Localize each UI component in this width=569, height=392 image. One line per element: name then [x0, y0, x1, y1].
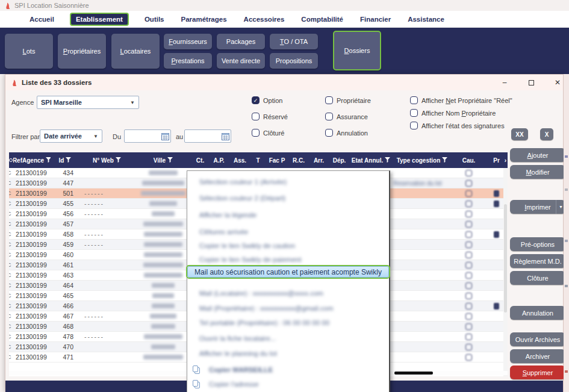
column-header-fac-p[interactable]: Fac P	[266, 152, 288, 168]
column-header-ville[interactable]: Ville	[134, 152, 192, 168]
pré-options-button[interactable]: Pré-options	[510, 237, 565, 251]
menu-item-comptabilité[interactable]: Comptabilité	[300, 13, 344, 25]
toolbar-button-prestations[interactable]: Prestations	[164, 53, 212, 69]
menu-item-assistance[interactable]: Assistance	[406, 13, 446, 25]
column-header-row-marker[interactable]	[9, 152, 13, 168]
context-menu-item[interactable]: Sélection couleur 2 (Départ)	[187, 192, 389, 204]
règlement-m-d--button[interactable]: Règlement M.D.	[510, 254, 565, 268]
filter-funnel-icon[interactable]	[167, 157, 173, 164]
caution-checkbox[interactable]	[465, 272, 472, 279]
filter-funnel-icon[interactable]	[385, 157, 390, 164]
ajouter-button[interactable]: Ajouter	[510, 148, 565, 162]
context-menu-item[interactable]: Mail (Locataire) : xxxxxxxxxx@xxxx.com	[187, 287, 389, 299]
column-header-type-cogestion[interactable]: Type cogestion	[392, 152, 452, 168]
toolbar-button-propriétaires[interactable]: Propriétaires	[58, 34, 106, 69]
caution-checkbox[interactable]	[465, 354, 472, 361]
context-menu-item[interactable]: Sélection couleur 1 (Arrivée)	[187, 176, 389, 188]
caution-checkbox[interactable]	[465, 303, 472, 310]
context-menu-item-mail-swikly[interactable]: Mail auto sécurisation caution et paieme…	[187, 266, 389, 278]
minimize-button[interactable]: –	[494, 75, 515, 90]
caution-checkbox[interactable]	[465, 323, 472, 330]
filter-funnel-icon[interactable]	[116, 157, 121, 164]
date-from-input[interactable]	[124, 129, 171, 143]
checkbox-clôturé[interactable]: Clôturé	[252, 129, 284, 137]
context-menu-item[interactable]: Tel portable (Propriétaire) : 06 00 00 0…	[187, 317, 389, 329]
imprimer-button[interactable]: Imprimer▼	[510, 200, 565, 214]
caution-checkbox[interactable]	[465, 221, 472, 228]
context-menu-item[interactable]: Afficher la légende	[187, 209, 389, 221]
caution-checkbox[interactable]	[465, 211, 472, 217]
column-header-pr[interactable]: Pr›	[485, 152, 508, 168]
menu-item-accessoires[interactable]: Accessoires	[243, 13, 286, 25]
context-menu-item[interactable]: Clôtures arrivée	[187, 226, 389, 238]
menu-item-accueil[interactable]: Accueil	[28, 13, 55, 25]
caution-checkbox[interactable]	[465, 262, 472, 269]
caution-checkbox[interactable]	[465, 313, 472, 320]
menu-item-financier[interactable]: Financier	[359, 13, 392, 25]
toolbar-button-lots[interactable]: Lots	[5, 34, 53, 69]
filter-by-select[interactable]: Date arrivée ▼	[40, 129, 102, 143]
checkbox-réservé[interactable]: Réservé	[252, 113, 288, 120]
context-menu-item[interactable]: Copier l'adresse	[187, 378, 389, 390]
date-to-input[interactable]	[184, 129, 231, 143]
filter-funnel-icon[interactable]	[442, 157, 447, 164]
caution-checkbox[interactable]	[465, 344, 472, 350]
column-header-ass-[interactable]: Ass.	[229, 152, 250, 168]
caution-checkbox[interactable]	[465, 282, 472, 289]
toolbar-button-dossiers[interactable]: Dossiers	[333, 31, 381, 70]
caution-checkbox[interactable]	[465, 241, 472, 248]
toolbar-button-propositions[interactable]: Propositions	[270, 53, 318, 69]
checkbox-afficher-l-état-des-signatures[interactable]: Afficher l'état des signatures	[410, 122, 505, 129]
toolbar-button-packages[interactable]: Packages	[217, 34, 265, 49]
context-menu-item[interactable]: Copier MARSEILLE	[187, 364, 389, 376]
column-header-etat-annul-[interactable]: Etat Annul.	[350, 152, 392, 168]
caution-checkbox[interactable]	[465, 334, 472, 340]
annulation-button[interactable]: Annulation	[510, 306, 565, 320]
caution-checkbox[interactable]	[465, 231, 472, 238]
clôture-button[interactable]: Clôture	[510, 271, 565, 285]
caution-checkbox[interactable]	[465, 170, 472, 176]
context-menu-item[interactable]: Copier le lien Swikly de paiement	[187, 254, 389, 266]
calendar-icon[interactable]	[222, 132, 229, 140]
toolbar-button-vente-directe[interactable]: Vente directe	[217, 53, 265, 69]
column-header-t[interactable]: T	[250, 152, 266, 168]
column-header-cau-[interactable]: Cau.	[452, 152, 485, 168]
checkbox-option[interactable]: ✓Option	[252, 96, 282, 104]
column-header-r-c-[interactable]: R.C.	[288, 152, 309, 168]
x-button[interactable]: X	[540, 128, 553, 140]
menu-item-paramétrages[interactable]: Paramétrages	[180, 13, 228, 25]
vertical-scrollbar-thumb[interactable]	[504, 204, 507, 313]
column-header-dép-[interactable]: Dép.	[329, 152, 350, 168]
modifier-button[interactable]: Modifier	[510, 165, 565, 179]
context-menu-item[interactable]: Copier le lien Swikly de caution	[187, 240, 389, 252]
supprimer-button[interactable]: Supprimer	[510, 366, 565, 379]
caution-checkbox[interactable]	[465, 201, 472, 207]
menu-item-outils[interactable]: Outils	[143, 13, 166, 25]
filter-funnel-icon[interactable]	[46, 157, 51, 164]
maximize-button[interactable]	[521, 75, 541, 90]
filter-funnel-icon[interactable]	[66, 157, 71, 164]
dialog-titlebar[interactable]: Liste des 33 dossiers – ✕	[5, 75, 563, 90]
checkbox-annulation[interactable]: Annulation	[325, 129, 368, 137]
caution-checkbox[interactable]	[465, 252, 472, 258]
column-header-refagence[interactable]: RefAgence	[13, 152, 51, 168]
column-header-id[interactable]: Id	[51, 152, 79, 168]
checkbox-assurance[interactable]: Assurance	[325, 113, 368, 120]
agence-select[interactable]: SPI Marseille ▼	[37, 96, 139, 109]
context-menu-item[interactable]: Afficher le planning du lot	[187, 347, 389, 359]
toolbar-button-to-ota[interactable]: TO / OTA	[270, 34, 318, 49]
toolbar-button-locataires[interactable]: Locataires	[111, 34, 160, 69]
checkbox-propriétaire[interactable]: Propriétaire	[325, 96, 371, 104]
ouvrir-archives-button[interactable]: Ouvrir Archives	[510, 332, 565, 346]
column-header-ct-[interactable]: Ct.	[192, 152, 208, 168]
vertical-scrollbar[interactable]	[503, 168, 508, 376]
column-header-a-p-[interactable]: A.P.	[208, 152, 229, 168]
context-menu-item[interactable]: Ouvrir la fiche locataire...	[187, 332, 389, 344]
xx-button[interactable]: XX	[511, 128, 528, 140]
column-header-n-web[interactable]: N° Web	[79, 152, 134, 168]
caution-checkbox[interactable]	[465, 293, 472, 299]
checkbox-afficher-net-propriétaire-réel-[interactable]: Afficher Net Propriétaire "Réel"	[410, 96, 512, 104]
horizontal-scrollbar-thumb[interactable]	[394, 372, 433, 375]
archiver-button[interactable]: Archiver	[510, 349, 565, 363]
column-header-arr-[interactable]: Arr.	[309, 152, 329, 168]
